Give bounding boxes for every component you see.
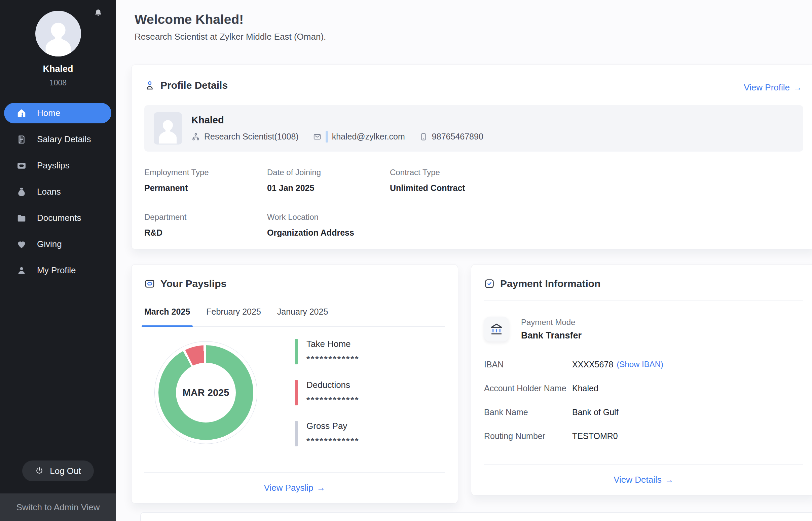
- field-date-of-joining: Date of Joining 01 Jan 2025: [267, 168, 390, 193]
- sidebar-item-label: Salary Details: [37, 134, 91, 144]
- payment-mode-label: Payment Mode: [521, 318, 581, 327]
- sidebar-item-label: Documents: [37, 213, 81, 223]
- view-details-link[interactable]: View Details: [614, 475, 674, 485]
- bank-name-row: Bank Name Bank of Gulf: [484, 407, 803, 417]
- gross-pay-masked-value: ************: [306, 436, 359, 446]
- avatar: [154, 112, 182, 144]
- sidebar-item-payslips[interactable]: Payslips: [4, 155, 111, 176]
- arrow-right-icon: [790, 82, 802, 92]
- payment-information-icon: [484, 278, 495, 289]
- view-profile-link[interactable]: View Profile: [744, 82, 802, 93]
- gross-pay-color-bar: [295, 421, 298, 446]
- show-iban-link[interactable]: (Show IBAN): [617, 360, 663, 369]
- sidebar-item-home[interactable]: Home: [4, 103, 111, 123]
- payment-information-title: Payment Information: [500, 278, 600, 289]
- log-out-label: Log Out: [50, 466, 81, 476]
- phone-icon: [419, 132, 428, 141]
- arrow-right-icon: [662, 475, 674, 485]
- mail-icon: [313, 132, 322, 141]
- payment-details-rows: IBAN XXXX5678 (Show IBAN) Account Holder…: [484, 360, 803, 441]
- main-content: Welcome Khaled! Research Scientist at Zy…: [116, 0, 812, 521]
- payslip-donut-ring: MAR 2025: [154, 341, 257, 444]
- switch-to-admin-view-label: Switch to Admin View: [16, 502, 100, 513]
- notifications-bell-icon[interactable]: [94, 9, 103, 18]
- sidebar-user-id: 1008: [0, 78, 116, 87]
- legend-take-home: Take Home ************: [295, 339, 359, 364]
- legend-gross-pay: Gross Pay ************: [295, 421, 359, 446]
- field-department: Department R&D: [144, 212, 267, 237]
- payslip-donut[interactable]: MAR 2025: [158, 345, 253, 440]
- view-payslip-link[interactable]: View Payslip: [264, 483, 326, 493]
- log-out-button[interactable]: Log Out: [22, 460, 94, 481]
- arrow-right-icon: [313, 483, 325, 493]
- sidebar-item-giving[interactable]: Giving: [4, 234, 111, 254]
- routing-number-row: Routing Number TESTOMR0: [484, 431, 803, 441]
- take-home-masked-value: ************: [306, 354, 359, 364]
- bank-icon: [484, 317, 509, 341]
- sidebar-item-label: Giving: [37, 239, 62, 249]
- field-employment-type: Employment Type Permanent: [144, 168, 267, 193]
- employee-name: Khaled: [191, 115, 483, 126]
- employee-email: khaled@zylker.com: [313, 131, 405, 142]
- loans-icon: [17, 187, 27, 197]
- payslips-card-icon: [144, 278, 155, 289]
- sidebar-item-salary-details[interactable]: Salary Details: [4, 129, 111, 150]
- text-cursor: [326, 131, 328, 142]
- avatar: [35, 11, 81, 56]
- deductions-color-bar: [295, 380, 298, 405]
- field-work-location: Work Location Organization Address: [267, 212, 390, 237]
- page-title: Welcome Khaled!: [135, 12, 244, 27]
- account-holder-row: Account Holder Name Khaled: [484, 384, 803, 393]
- divider: [484, 300, 803, 300]
- power-icon: [35, 467, 44, 475]
- home-icon: [17, 108, 27, 118]
- donut-center: MAR 2025: [176, 363, 236, 423]
- tab-february-2025[interactable]: February 2025: [206, 307, 261, 326]
- sidebar-item-loans[interactable]: Loans: [4, 182, 111, 202]
- payslip-legend: Take Home ************ Deductions ******…: [295, 339, 359, 446]
- tab-march-2025[interactable]: March 2025: [144, 307, 190, 326]
- salary-details-icon: [17, 134, 27, 144]
- sidebar: Khaled 1008 Home Salary Details Payslips: [0, 0, 116, 521]
- profile-summary-banner: Khaled Research Scientist(1008): [144, 105, 803, 152]
- your-payslips-card: Your Payslips March 2025 February 2025 J…: [131, 264, 458, 503]
- employee-portal: Khaled 1008 Home Salary Details Payslips: [0, 0, 812, 521]
- employee-phone: 98765467890: [419, 132, 483, 141]
- donut-center-label: MAR 2025: [183, 387, 229, 398]
- sidebar-user-name: Khaled: [0, 64, 116, 74]
- profile-details-title: Profile Details: [160, 80, 228, 91]
- profile-fields: Employment Type Permanent Date of Joinin…: [144, 168, 803, 237]
- profile-details-card: Profile Details View Profile Khaled Rese…: [131, 65, 812, 249]
- documents-icon: [17, 213, 27, 223]
- employee-role: Research Scientist(1008): [191, 132, 299, 141]
- sidebar-item-documents[interactable]: Documents: [4, 208, 111, 228]
- deductions-masked-value: ************: [306, 395, 359, 405]
- sidebar-item-label: Home: [37, 108, 60, 118]
- take-home-color-bar: [295, 339, 298, 364]
- payment-mode-value: Bank Transfer: [521, 331, 581, 341]
- iban-row: IBAN XXXX5678 (Show IBAN): [484, 360, 803, 369]
- sidebar-item-label: My Profile: [37, 265, 76, 276]
- page-subtitle: Research Scientist at Zylker Middle East…: [135, 31, 326, 42]
- profile-details-icon: [144, 80, 155, 91]
- sidebar-nav: Home Salary Details Payslips Loans: [0, 103, 116, 281]
- payment-mode-row: Payment Mode Bank Transfer: [484, 317, 803, 341]
- next-card-edge: [140, 512, 812, 521]
- payment-information-card: Payment Information Payment Mode Bank Tr…: [471, 264, 812, 495]
- my-profile-icon: [17, 266, 27, 276]
- org-role-icon: [191, 132, 200, 141]
- payslip-month-tabs: March 2025 February 2025 January 2025: [144, 307, 445, 327]
- field-contract-type: Contract Type Unlimited Contract: [390, 168, 803, 193]
- your-payslips-title: Your Payslips: [160, 278, 226, 289]
- sidebar-item-label: Payslips: [37, 160, 70, 171]
- sidebar-item-label: Loans: [37, 186, 61, 197]
- payslips-icon: [17, 161, 27, 171]
- legend-deductions: Deductions ************: [295, 380, 359, 405]
- sidebar-item-my-profile[interactable]: My Profile: [4, 260, 111, 281]
- switch-to-admin-view[interactable]: Switch to Admin View: [0, 494, 116, 521]
- tab-january-2025[interactable]: January 2025: [277, 307, 328, 326]
- giving-icon: [17, 239, 27, 249]
